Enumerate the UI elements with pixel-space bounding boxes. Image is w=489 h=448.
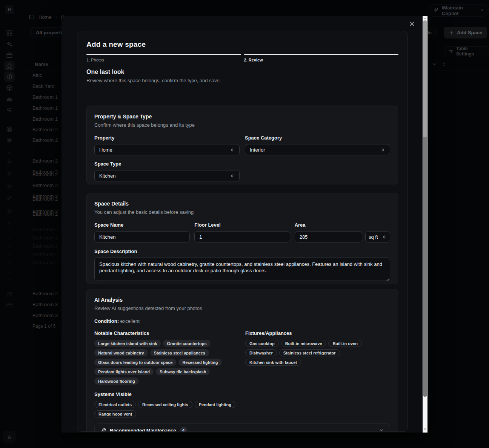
close-icon[interactable] <box>409 20 415 27</box>
notable-characteristics-group: Notable Characteristics Large kitchen is… <box>94 330 245 385</box>
recommended-maintenance-accordion[interactable]: Recommended Maintenance 4 <box>94 423 390 432</box>
card-subtitle: You can adjust the basic details before … <box>94 209 390 215</box>
space-details-card: Space Details You can adjust the basic d… <box>86 193 398 284</box>
system-pill: Electrical outlets <box>94 401 136 408</box>
scrollbar-thumb[interactable] <box>423 20 427 397</box>
condition-value: excellent <box>120 318 140 324</box>
step-bar <box>244 54 399 55</box>
space-category-label: Space Category <box>245 135 390 141</box>
system-pill: Pendant lighting <box>195 401 235 408</box>
area-label: Area <box>295 222 390 228</box>
recommended-maintenance-label: Recommended Maintenance <box>110 428 176 432</box>
chevron-down-icon <box>379 428 384 432</box>
screen: H <box>0 0 489 448</box>
notable-title: Notable Characteristics <box>94 330 245 336</box>
condition-row: Condition: excellent <box>94 318 390 324</box>
fixture-pill: Built-in microwave <box>281 340 326 347</box>
step-photos[interactable]: 1. Photos <box>86 54 241 62</box>
step-review-label: 2. Review <box>244 58 399 62</box>
condition-label: Condition: <box>94 318 119 324</box>
system-pill: Range hood vent <box>94 410 136 417</box>
characteristic-pill: Granite countertops <box>163 340 210 347</box>
chevrons-updown-icon <box>230 173 235 178</box>
space-name-input[interactable] <box>94 231 190 242</box>
systems-title: Systems Visible <box>94 391 390 397</box>
card-subtitle: Confirm where this space belongs and its… <box>94 122 390 128</box>
step-progress: 1. Photos 2. Review <box>86 54 398 62</box>
maintenance-count-badge: 4 <box>180 427 187 432</box>
characteristic-pill: Pendant lights over island <box>94 368 154 375</box>
card-title: Space Details <box>94 201 390 207</box>
modal-title: Add a new space <box>86 40 398 49</box>
modal-scrollbar[interactable]: ▲ ▼ <box>423 16 427 433</box>
add-space-modal: Add a new space 1. Photos 2. Review One … <box>62 16 427 433</box>
area-unit-select[interactable]: sq ft <box>365 231 390 242</box>
property-label: Property <box>94 135 240 141</box>
space-category-select[interactable]: Interior <box>245 144 390 155</box>
scroll-down-arrow[interactable]: ▼ <box>423 428 427 431</box>
card-subtitle: Review AI suggestions detected from your… <box>94 305 390 311</box>
characteristic-pill: Glass doors leading to outdoor space <box>94 359 176 366</box>
system-pill: Recessed ceiling lights <box>138 401 192 408</box>
space-category-value: Interior <box>250 147 265 153</box>
resize-grip-icon[interactable] <box>386 278 389 281</box>
floor-level-label: Floor Level <box>194 222 290 228</box>
space-type-select[interactable]: Kitchen <box>94 170 240 181</box>
fixture-pill: Built-in oven <box>328 340 362 347</box>
floor-level-input[interactable] <box>194 231 290 242</box>
review-subheading: Review where this space belongs, confirm… <box>86 78 398 83</box>
chevrons-updown-icon <box>380 147 385 152</box>
space-type-label: Space Type <box>94 161 240 167</box>
characteristic-pill: Stainless steel appliances <box>150 349 209 356</box>
scroll-up-arrow[interactable]: ▲ <box>423 17 427 20</box>
step-review[interactable]: 2. Review <box>244 54 399 62</box>
card-title: AI Analysis <box>94 297 390 303</box>
fixtures-title: Fixtures/Appliances <box>245 330 390 336</box>
characteristic-pill: Recessed lighting <box>178 359 221 366</box>
area-input[interactable] <box>295 231 362 242</box>
fixture-pill: Gas cooktop <box>245 340 279 347</box>
space-name-label: Space Name <box>94 222 190 228</box>
space-type-value: Kitchen <box>99 173 115 179</box>
area-unit-value: sq ft <box>369 234 378 240</box>
property-select[interactable]: Home <box>94 144 240 155</box>
property-value: Home <box>99 147 112 153</box>
space-description-textarea[interactable]: Spacious kitchen with natural wood cabin… <box>94 258 390 281</box>
characteristic-pill: Natural wood cabinetry <box>94 349 148 356</box>
characteristic-pill: Subway tile backsplash <box>156 368 210 375</box>
fixture-pill: Dishwasher <box>245 349 277 356</box>
characteristic-pill: Large kitchen island with sink <box>94 340 161 347</box>
characteristic-pill: Hardwood flooring <box>94 377 139 385</box>
review-heading: One last look <box>86 69 398 75</box>
step-bar <box>86 54 241 55</box>
modal-panel: Add a new space 1. Photos 2. Review One … <box>77 31 408 432</box>
fixture-pill: Kitchen sink with faucet <box>245 359 301 366</box>
wrench-icon <box>100 428 106 432</box>
property-space-type-card: Property & Space Type Confirm where this… <box>86 106 398 184</box>
step-photos-label: 1. Photos <box>86 58 241 62</box>
chevrons-updown-icon <box>382 235 387 239</box>
fixture-pill: Stainless steel refrigerator <box>279 349 340 356</box>
fixtures-appliances-group: Fixtures/Appliances Gas cooktop Built-in… <box>245 330 390 385</box>
ai-analysis-card: AI Analysis Review AI suggestions detect… <box>86 289 398 432</box>
chevrons-updown-icon <box>230 147 235 152</box>
space-description-label: Space Description <box>94 249 390 254</box>
card-title: Property & Space Type <box>94 114 390 120</box>
